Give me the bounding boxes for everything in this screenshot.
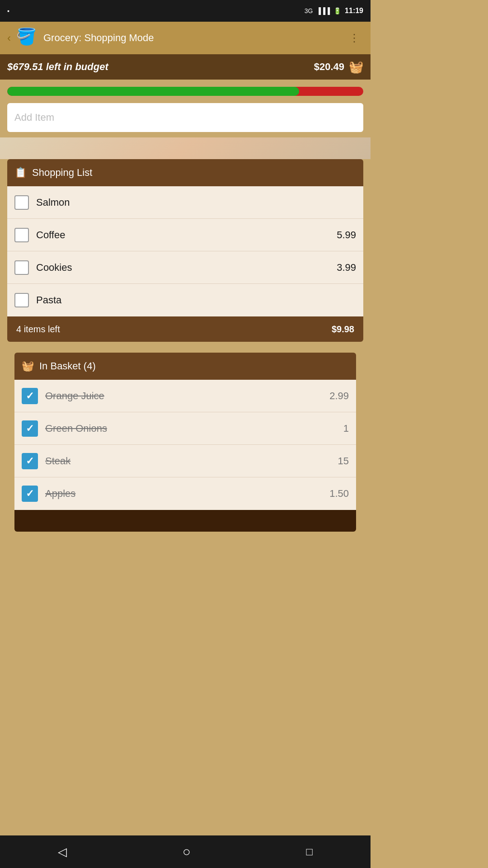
cookies-price: 3.99: [337, 262, 356, 274]
shopping-list-footer: 4 items left $9.98: [7, 316, 363, 342]
oj-checkbox[interactable]: [22, 388, 38, 404]
coffee-name: Coffee: [36, 229, 329, 241]
onions-price: 1: [343, 423, 349, 434]
signal-icon: 3G: [305, 7, 313, 14]
app-icon: 🪣: [16, 27, 38, 49]
list-item: Orange Juice 2.99: [14, 380, 356, 412]
budget-bar: $679.51 left in budget $20.49 🧺: [0, 54, 371, 80]
pasta-name: Pasta: [36, 294, 349, 306]
salmon-name: Salmon: [36, 197, 349, 208]
onions-checkbox[interactable]: [22, 420, 38, 437]
status-bar: ▪ 3G ▐▐▐ 🔋 11:19: [0, 0, 371, 22]
battery-icon: 🔋: [333, 7, 341, 14]
shopping-list-icon: 📋: [14, 167, 27, 179]
list-item: Coffee 5.99: [7, 219, 363, 251]
in-basket-header: 🧺 In Basket (4): [14, 353, 356, 380]
shopping-list-section: 📋 Shopping List Salmon Coffee 5.99 Cooki…: [0, 159, 371, 342]
signal-strength-icon: ▐▐▐: [316, 7, 330, 14]
list-item: Steak 15: [14, 445, 356, 477]
basket-icon: 🧺: [349, 60, 363, 74]
shopping-list-title: Shopping List: [32, 167, 92, 179]
cookies-checkbox[interactable]: [14, 260, 29, 275]
budget-spent-label: $20.49 🧺: [314, 60, 363, 74]
progress-container: [0, 80, 371, 99]
steak-name: Steak: [45, 455, 331, 467]
cookies-name: Cookies: [36, 262, 329, 274]
add-item-container: [0, 99, 371, 137]
oj-price: 2.99: [329, 390, 349, 402]
shopping-list-header: 📋 Shopping List: [7, 159, 363, 186]
back-button[interactable]: ‹: [7, 32, 11, 44]
list-item: Green Onions 1: [14, 412, 356, 445]
items-left-label: 4 items left: [16, 324, 332, 335]
steak-checkbox[interactable]: [22, 453, 38, 469]
nav-back-button[interactable]: ◁: [47, 840, 78, 864]
oj-name: Orange Juice: [45, 390, 322, 402]
items-total-label: $9.98: [332, 324, 354, 335]
section-gap: [0, 342, 371, 353]
list-item: Salmon: [7, 186, 363, 219]
nav-recent-button[interactable]: □: [296, 840, 324, 863]
progress-track: [7, 87, 363, 96]
menu-button[interactable]: ⋮: [345, 28, 363, 48]
in-basket-title: In Basket (4): [39, 360, 96, 372]
header-title: Grocery: Shopping Mode: [43, 32, 340, 44]
add-item-input[interactable]: [7, 103, 363, 132]
list-item: Apples 1.50: [14, 477, 356, 510]
apples-price: 1.50: [329, 488, 349, 500]
list-item: Cookies 3.99: [7, 251, 363, 284]
app-header: ‹ 🪣 Grocery: Shopping Mode ⋮: [0, 22, 371, 54]
bottom-nav: ◁ ○ □: [0, 835, 371, 868]
budget-left-label: $679.51 left in budget: [7, 61, 314, 73]
in-basket-list: Orange Juice 2.99 Green Onions 1 Steak 1…: [14, 380, 356, 510]
coffee-checkbox[interactable]: [14, 228, 29, 242]
progress-fill: [7, 87, 299, 96]
salmon-checkbox[interactable]: [14, 195, 29, 210]
apples-checkbox[interactable]: [22, 486, 38, 502]
in-basket-icon: 🧺: [22, 360, 34, 372]
status-time: 11:19: [345, 7, 363, 15]
coffee-price: 5.99: [337, 229, 356, 241]
blur-area: [0, 137, 371, 159]
in-basket-section: 🧺 In Basket (4) Orange Juice 2.99 Green …: [7, 353, 363, 532]
sim-icon: ▪: [7, 7, 9, 14]
steak-price: 15: [338, 455, 349, 467]
pasta-checkbox[interactable]: [14, 293, 29, 307]
onions-name: Green Onions: [45, 423, 336, 434]
basket-footer: [14, 510, 356, 532]
nav-home-button[interactable]: ○: [172, 839, 202, 865]
list-item: Pasta: [7, 284, 363, 316]
apples-name: Apples: [45, 488, 322, 500]
shopping-list: Salmon Coffee 5.99 Cookies 3.99 Pasta: [7, 186, 363, 316]
